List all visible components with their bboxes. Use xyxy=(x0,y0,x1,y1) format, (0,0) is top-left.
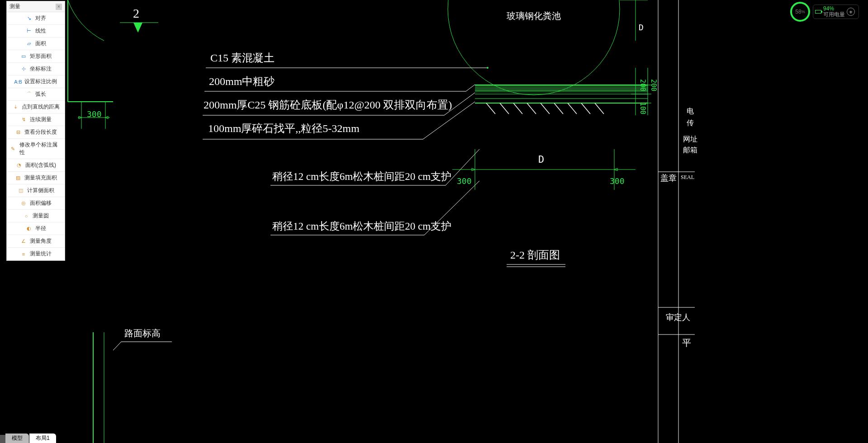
palette-item-label: 设置标注比例 xyxy=(24,78,57,85)
tb-seal: 盖章 xyxy=(660,173,677,184)
stats-icon: ≡ xyxy=(20,251,27,257)
palette-item-18[interactable]: ≡测量统计 xyxy=(7,248,65,260)
palette-item-label: 测量填充面积 xyxy=(24,174,57,182)
palette-item-13[interactable]: ◫计算侧面积 xyxy=(7,184,65,197)
svg-line-33 xyxy=(541,103,550,114)
battery-ring: 58% xyxy=(790,2,810,22)
align-icon: ↘ xyxy=(25,15,33,22)
palette-item-label: 连续测量 xyxy=(30,116,52,123)
tb-web: 网址 xyxy=(683,135,697,144)
palette-item-0[interactable]: ↘对齐 xyxy=(7,12,65,25)
palette-item-label: 测量统计 xyxy=(30,250,52,258)
rect-area-icon: ▭ xyxy=(20,53,27,60)
layer-2: 200mm中粗砂 xyxy=(209,74,275,89)
battery-ring-value: 58 xyxy=(795,9,801,15)
tab-model[interactable]: 模型 xyxy=(5,434,29,443)
palette-item-17[interactable]: ∠测量角度 xyxy=(7,235,65,248)
battery-box[interactable]: 94% 可用电量 + xyxy=(813,5,859,19)
palette-item-label: 面积 xyxy=(35,40,46,47)
svg-line-37 xyxy=(595,103,604,114)
palette-item-label: 修改单个标注属性 xyxy=(19,141,62,156)
dim-D-top: D xyxy=(639,23,644,32)
layer-3: 200mm厚C25 钢筋砼底板(配φ12@200 双排双向布置) xyxy=(204,98,452,112)
palette-item-15[interactable]: ○测量圆 xyxy=(7,210,65,222)
battery-ring-unit: % xyxy=(802,9,805,14)
palette-item-label: 面积偏移 xyxy=(30,199,52,207)
area-icon: ▱ xyxy=(25,41,33,47)
linear-icon: ⊢ xyxy=(25,28,33,34)
palette-item-6[interactable]: ⌒弧长 xyxy=(7,88,65,101)
tb-approver: 审定人 xyxy=(666,312,690,323)
palette-item-12[interactable]: ▨测量填充面积 xyxy=(7,172,65,184)
palette-item-label: 计算侧面积 xyxy=(27,187,54,194)
dim-300-a: 300 xyxy=(457,176,472,186)
dim-200-b: 200 xyxy=(650,79,658,91)
svg-line-36 xyxy=(581,103,590,114)
tb-mail: 邮箱 xyxy=(683,146,697,155)
palette-header[interactable]: 测量 × xyxy=(7,1,65,12)
tab-layout1[interactable]: 布局1 xyxy=(29,434,56,443)
arclen-icon: ⌒ xyxy=(25,91,33,98)
palette-item-11[interactable]: ◔面积(含弧线) xyxy=(7,159,65,172)
palette-item-label: 半径 xyxy=(35,225,46,232)
palette-item-16[interactable]: ◐半径 xyxy=(7,222,65,235)
segment-len-icon: ⊟ xyxy=(14,129,22,136)
tb-seal-en: SEAL xyxy=(681,174,694,181)
palette-item-label: 坐标标注 xyxy=(30,65,52,73)
measure-palette: 测量 × ↘对齐⊢线性▱面积▭矩形面积⊹坐标标注A:B设置标注比例⌒弧长⇣点到直… xyxy=(6,1,65,261)
svg-line-34 xyxy=(554,103,563,114)
battery-label: 可用电量 xyxy=(823,12,845,18)
palette-title: 测量 xyxy=(9,3,20,10)
road-elev: 路面标高 xyxy=(124,327,161,339)
svg-line-51 xyxy=(113,342,121,350)
svg-line-32 xyxy=(527,103,536,114)
palette-item-4[interactable]: ⊹坐标标注 xyxy=(7,63,65,75)
dim-300-b: 300 xyxy=(610,176,625,186)
pile-note-1: 稍径12 cm长度6m松木桩间距20 cm支护 xyxy=(272,170,451,184)
radius-icon: ◐ xyxy=(25,226,33,232)
palette-item-label: 点到直线的距离 xyxy=(22,103,60,111)
side-area-icon: ◫ xyxy=(17,188,24,194)
tb-fax: 传 xyxy=(687,118,694,128)
svg-line-30 xyxy=(500,103,509,114)
close-icon[interactable]: × xyxy=(56,4,62,10)
palette-item-3[interactable]: ▭矩形面积 xyxy=(7,50,65,63)
palette-item-10[interactable]: ✎修改单个标注属性 xyxy=(7,139,65,159)
continuous-icon: ↯ xyxy=(20,117,27,123)
section-mark: 2 xyxy=(133,6,139,21)
svg-point-8 xyxy=(487,67,489,69)
pt-line-icon: ⇣ xyxy=(12,104,19,110)
tank-label: 玻璃钢化粪池 xyxy=(507,10,561,22)
svg-line-29 xyxy=(486,103,495,114)
palette-item-label: 查看分段长度 xyxy=(24,128,57,136)
palette-item-2[interactable]: ▱面积 xyxy=(7,38,65,50)
palette-item-14[interactable]: ◎面积偏移 xyxy=(7,197,65,210)
tb-ping: 平 xyxy=(682,337,691,349)
palette-item-label: 测量圆 xyxy=(33,212,49,220)
cad-canvas[interactable]: 2 玻璃钢化粪池 C15 素混凝土 200mm中粗砂 200mm厚C25 钢筋砼… xyxy=(0,0,868,443)
svg-line-10 xyxy=(466,85,475,91)
pile-note-2: 稍径12 cm长度6m松木桩间距20 cm支护 xyxy=(272,219,451,233)
palette-item-label: 矩形面积 xyxy=(30,52,52,60)
layer-1: C15 素混凝土 xyxy=(210,51,275,65)
layout-tabs: 模型 布局1 xyxy=(0,434,57,443)
tab-lead xyxy=(0,435,5,443)
section-title: 2-2 剖面图 xyxy=(510,248,560,262)
palette-item-label: 面积(含弧线) xyxy=(25,161,56,169)
palette-item-5[interactable]: A:B设置标注比例 xyxy=(7,75,65,88)
palette-item-label: 弧长 xyxy=(35,90,46,98)
battery-icon xyxy=(815,10,821,14)
battery-expand-icon[interactable]: + xyxy=(847,8,855,16)
edit-dim-icon: ✎ xyxy=(9,146,17,152)
dim-200-a: 200 xyxy=(639,79,647,91)
palette-item-9[interactable]: ⊟查看分段长度 xyxy=(7,126,65,139)
palette-item-8[interactable]: ↯连续测量 xyxy=(7,113,65,126)
coord-icon: ⊹ xyxy=(20,66,27,72)
dim-100: 100 xyxy=(639,102,647,114)
angle-icon: ∠ xyxy=(20,238,27,245)
palette-item-7[interactable]: ⇣点到直线的距离 xyxy=(7,101,65,113)
scale-icon: A:B xyxy=(14,79,22,85)
circle-icon: ○ xyxy=(23,213,30,219)
area-arc-icon: ◔ xyxy=(15,162,23,169)
palette-item-1[interactable]: ⊢线性 xyxy=(7,25,65,38)
